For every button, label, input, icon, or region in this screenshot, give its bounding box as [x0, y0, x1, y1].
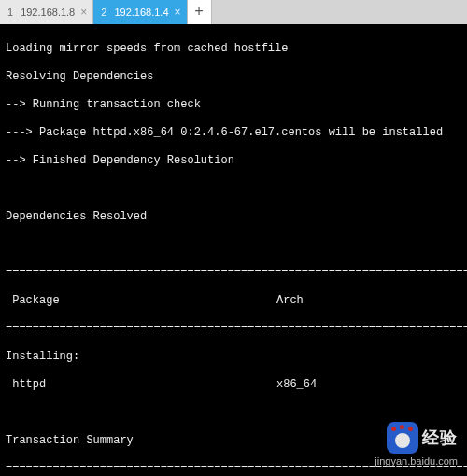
table-row: httpd x86_64: [6, 378, 461, 392]
term-line: Loading mirror speeds from cached hostfi…: [6, 42, 461, 56]
cell-package: httpd: [6, 378, 276, 392]
term-line: Dependencies Resolved: [6, 210, 461, 224]
term-line: Transaction Summary: [6, 434, 461, 448]
cell-arch: x86_64: [276, 378, 317, 392]
close-icon[interactable]: ×: [80, 6, 87, 19]
tab-add-button[interactable]: +: [188, 0, 212, 24]
divider: ========================================…: [6, 462, 461, 476]
plus-icon: +: [194, 4, 204, 21]
tab-bar-spacer: [212, 0, 467, 24]
terminal-output[interactable]: Loading mirror speeds from cached hostfi…: [0, 24, 467, 476]
tab-index: 1: [7, 7, 13, 18]
col-arch: Arch: [276, 294, 304, 308]
close-icon[interactable]: ×: [175, 6, 181, 19]
term-blank: [6, 406, 461, 420]
tab-2[interactable]: 2 192.168.1.4 ×: [93, 0, 187, 24]
term-line: ---> Package httpd.x86_64 0:2.4.6-67.el7…: [6, 126, 461, 140]
term-line: Installing:: [6, 350, 461, 364]
term-line: --> Running transaction check: [6, 98, 461, 112]
table-header: Package Arch: [6, 294, 461, 308]
term-line: --> Finished Dependency Resolution: [6, 154, 461, 168]
divider: ========================================…: [6, 322, 461, 336]
term-line: Resolving Dependencies: [6, 70, 461, 84]
tab-1[interactable]: 1 192.168.1.8 ×: [0, 0, 93, 24]
tab-label: 192.168.1.4: [114, 7, 168, 18]
term-blank: [6, 182, 461, 196]
tab-bar: 1 192.168.1.8 × 2 192.168.1.4 × +: [0, 0, 467, 24]
term-blank: [6, 238, 461, 252]
tab-index: 2: [101, 7, 106, 18]
tab-label: 192.168.1.8: [21, 7, 75, 18]
divider: ========================================…: [6, 266, 461, 280]
col-package: Package: [6, 294, 276, 308]
